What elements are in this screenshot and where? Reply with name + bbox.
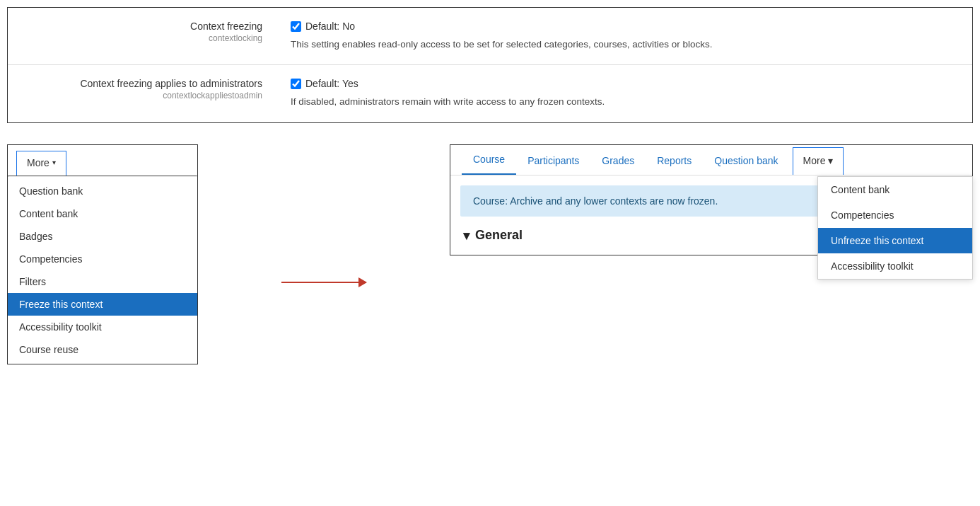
- menu-item-accessibility-toolkit[interactable]: Accessibility toolkit: [8, 316, 197, 338]
- left-more-tab[interactable]: More ▾: [16, 151, 66, 176]
- arrow-container: [198, 144, 450, 364]
- menu-item-badges[interactable]: Badges: [8, 225, 197, 248]
- more-button-area: More ▾: [8, 145, 197, 176]
- admin-description: If disabled, administrators remain with …: [291, 95, 958, 109]
- left-menu-items: Question bank Content bank Badges Compet…: [8, 177, 197, 364]
- label-sub: contextlocking: [22, 33, 262, 43]
- checkbox-label: Default: No: [305, 21, 355, 32]
- admin-label-sub: contextlockappliestoadmin: [22, 91, 262, 100]
- context-freezing-description: This setting enables read-only access to…: [291, 38, 958, 52]
- default-no-checkbox[interactable]: [291, 21, 301, 32]
- right-menu-content-bank[interactable]: Content bank: [818, 177, 972, 202]
- right-more-chevron: ▾: [828, 155, 833, 166]
- right-menu-accessibility-toolkit[interactable]: Accessibility toolkit: [818, 253, 972, 279]
- menu-item-freeze-context[interactable]: Freeze this context: [8, 293, 197, 316]
- default-yes-checkbox[interactable]: [291, 79, 301, 89]
- left-more-chevron: ▾: [52, 159, 56, 166]
- right-more-tab[interactable]: More ▾: [793, 147, 844, 175]
- tab-reports[interactable]: Reports: [646, 146, 703, 175]
- tab-course[interactable]: Course: [462, 145, 516, 175]
- menu-item-question-bank[interactable]: Question bank: [8, 180, 197, 202]
- right-menu-competencies[interactable]: Competencies: [818, 202, 972, 228]
- general-chevron: ▾: [463, 228, 469, 243]
- settings-row-admin: Context freezing applies to administrato…: [8, 65, 972, 122]
- arrow-line: [281, 282, 366, 284]
- admin-label: Context freezing applies to administrato…: [8, 65, 276, 122]
- menu-item-content-bank[interactable]: Content bank: [8, 202, 197, 225]
- context-freezing-label: Context freezing contextlocking: [8, 8, 276, 64]
- right-more-label: More: [803, 155, 826, 166]
- tab-participants[interactable]: Participants: [516, 146, 590, 175]
- bottom-section: More ▾ Question bank Content bank Badges…: [0, 137, 980, 372]
- general-label: General: [475, 228, 523, 243]
- settings-panel: Context freezing contextlocking Default:…: [7, 7, 973, 123]
- direction-arrow: [281, 282, 366, 284]
- menu-item-filters[interactable]: Filters: [8, 270, 197, 293]
- checkbox-row: Default: No: [291, 21, 958, 32]
- menu-item-course-reuse[interactable]: Course reuse: [8, 338, 197, 361]
- menu-item-competencies[interactable]: Competencies: [8, 248, 197, 270]
- left-more-label: More: [27, 157, 49, 168]
- right-dropdown-menu: Content bank Competencies Unfreeze this …: [817, 176, 973, 280]
- label-main: Context freezing: [22, 21, 262, 32]
- admin-checkbox-row: Default: Yes: [291, 78, 958, 89]
- right-menu-unfreeze-context[interactable]: Unfreeze this context: [818, 228, 972, 253]
- course-tabs: Course Participants Grades Reports Quest…: [450, 145, 972, 176]
- left-menu-container: More ▾ Question bank Content bank Badges…: [7, 144, 198, 364]
- settings-row-context-freezing: Context freezing contextlocking Default:…: [8, 8, 972, 65]
- admin-checkbox-label: Default: Yes: [305, 78, 358, 89]
- tab-grades[interactable]: Grades: [590, 146, 646, 175]
- admin-label-main: Context freezing applies to administrato…: [22, 78, 262, 89]
- tab-question-bank[interactable]: Question bank: [703, 146, 789, 175]
- context-freezing-content: Default: No This setting enables read-on…: [276, 8, 972, 64]
- admin-content: Default: Yes If disabled, administrators…: [276, 65, 972, 122]
- right-panel: Course Participants Grades Reports Quest…: [450, 144, 973, 255]
